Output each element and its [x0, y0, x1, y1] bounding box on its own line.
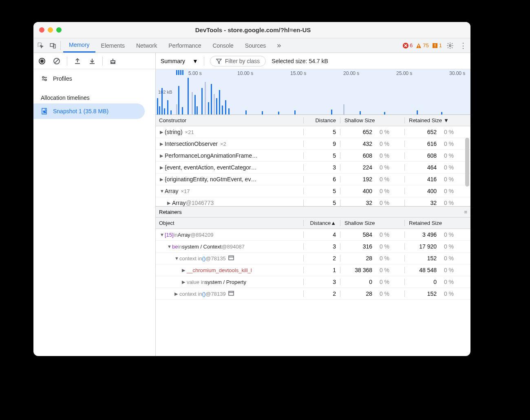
triangle-icon[interactable]: ▶ [160, 130, 165, 135]
titlebar: DevTools - store.google.com/?hl=en-US [33, 22, 470, 38]
svg-rect-5 [418, 47, 419, 48]
triangle-icon[interactable]: ▶ [160, 165, 165, 170]
tabbar: MemoryElementsNetworkPerformanceConsoleS… [33, 38, 470, 53]
devtools-window: DevTools - store.google.com/?hl=en-US Me… [33, 22, 470, 356]
svg-point-11 [40, 59, 44, 63]
col-r-distance[interactable]: Distance▲ [303, 220, 340, 226]
col-distance[interactable]: Distance [303, 117, 340, 123]
svg-rect-7 [435, 44, 435, 46]
summary-dropdown[interactable]: Summary▼ [161, 58, 198, 64]
tab-elements[interactable]: Elements [95, 38, 130, 53]
tab-performance[interactable]: Performance [163, 38, 207, 53]
clear-icon[interactable] [52, 57, 61, 66]
filter-icon [216, 58, 222, 64]
svg-text:%: % [43, 110, 46, 113]
svg-point-15 [45, 79, 46, 81]
sidebar: Profiles Allocation timelines % Snapshot… [33, 53, 156, 356]
sort-desc-icon: ▼ [444, 117, 449, 123]
timeline-tick: 15.00 s [290, 70, 306, 76]
table-row[interactable]: ▶ {originatingEntity, noGtmEvent, ev…619… [156, 174, 470, 185]
retainer-row[interactable]: ▼[15] in Array @89420945840 %3 4960 % [156, 229, 470, 241]
table-row[interactable]: ▶ (string)×2156520 %6520 % [156, 126, 470, 138]
retainers-header: Object Distance▲ Shallow Size Retained S… [156, 218, 470, 229]
record-icon[interactable] [38, 57, 46, 66]
tab-sources[interactable]: Sources [239, 38, 272, 53]
col-shallow-size[interactable]: Shallow Size [340, 117, 404, 123]
triangle-icon[interactable]: ▶ [160, 153, 165, 158]
script-icon [228, 291, 234, 297]
gc-icon[interactable] [108, 57, 117, 66]
download-icon[interactable] [88, 57, 97, 66]
timeline-tick: 10.00 s [237, 70, 253, 76]
tab-console[interactable]: Console [207, 38, 239, 53]
triangle-icon[interactable]: ▶ [182, 279, 187, 285]
main-panel: Summary▼ Filter by class Selected size: … [156, 53, 470, 356]
retainers-menu-icon[interactable]: ≡ [464, 209, 467, 215]
triangle-icon[interactable]: ▶ [167, 200, 172, 206]
svg-rect-8 [435, 46, 435, 47]
selected-size-label: Selected size: 54.7 kB [272, 58, 328, 64]
main-toolbar: Summary▼ Filter by class Selected size: … [156, 53, 470, 69]
table-row[interactable]: ▼ Array×1754000 %4000 % [156, 185, 470, 197]
profiles-label: Profiles [53, 75, 72, 82]
timeline-tick: 30.00 s [449, 70, 465, 76]
retainer-row[interactable]: ▶__chromium_devtools_kill_l138 3680 %48 … [156, 264, 470, 276]
svg-rect-20 [229, 291, 234, 295]
profiles-heading[interactable]: Profiles [33, 69, 155, 86]
col-r-retained[interactable]: Retained Size [404, 220, 470, 226]
allocation-timeline[interactable]: 5.00 s10.00 s15.00 s20.00 s25.00 s30.00 … [156, 69, 470, 115]
sidebar-toolbar [33, 53, 155, 69]
minimize-window-button[interactable] [48, 27, 53, 33]
table-row[interactable]: ▶ PerformanceLongAnimationFrame…56080 %6… [156, 150, 470, 162]
col-retained-size[interactable]: Retained Size▼ [404, 117, 470, 123]
retainers-title: Retainers ≡ [156, 206, 470, 218]
table-row[interactable]: ▶ Array @10467735320 %320 % [156, 197, 470, 206]
upload-icon[interactable] [73, 57, 82, 66]
triangle-icon[interactable]: ▼ [160, 232, 165, 237]
svg-rect-4 [418, 45, 419, 46]
errors-badge[interactable]: 6 [403, 42, 413, 48]
table-row[interactable]: ▶ {event, eventAction, eventCategor…3224… [156, 162, 470, 174]
snapshot-item[interactable]: % Snapshot 1 (35.8 MB) [33, 103, 145, 119]
window-title: DevTools - store.google.com/?hl=en-US [62, 26, 444, 33]
inspect-element-icon[interactable] [36, 41, 46, 51]
retainers-table[interactable]: ▼[15] in Array @89420945840 %3 4960 %▼be… [156, 229, 470, 356]
more-tabs-icon[interactable]: » [274, 41, 284, 51]
traffic-lights [39, 27, 62, 33]
col-r-shallow[interactable]: Shallow Size [340, 220, 404, 226]
triangle-icon[interactable]: ▶ [160, 177, 165, 182]
triangle-icon[interactable]: ▶ [160, 141, 165, 147]
svg-rect-18 [229, 256, 234, 260]
tab-memory[interactable]: Memory [63, 38, 95, 53]
table-row[interactable]: ▶ IntersectionObserver×294320 %6160 % [156, 138, 470, 150]
constructors-table[interactable]: ▶ (string)×2156520 %6520 %▶ Intersection… [156, 126, 470, 206]
warnings-badge[interactable]: 75 [416, 42, 428, 48]
triangle-icon[interactable]: ▼ [160, 189, 165, 194]
device-toolbar-icon[interactable] [48, 41, 58, 51]
script-icon [228, 255, 234, 262]
tab-network[interactable]: Network [130, 38, 163, 53]
zoom-window-button[interactable] [56, 27, 62, 33]
close-window-button[interactable] [39, 27, 44, 33]
retainer-row[interactable]: ▼be in system / Context @89408733160 %17… [156, 241, 470, 253]
more-menu-icon[interactable]: ⋮ [458, 41, 468, 51]
timeline-selection[interactable] [176, 70, 183, 75]
retainer-row[interactable]: ▶value in system / Property300 %00 % [156, 276, 470, 288]
retainer-row[interactable]: ▼context in () @781352280 %1520 % [156, 253, 470, 264]
issues-badge[interactable]: 1 [432, 42, 442, 48]
timeline-tick: 25.00 s [396, 70, 412, 76]
settings-icon[interactable] [445, 41, 455, 51]
svg-line-13 [55, 59, 59, 63]
svg-point-14 [42, 77, 44, 78]
scrollbar-thumb[interactable] [465, 138, 469, 187]
timeline-tick: 5.00 s [188, 70, 202, 76]
retainer-row[interactable]: ▶context in () @781392280 %1520 % [156, 288, 470, 300]
triangle-icon[interactable]: ▶ [174, 291, 179, 297]
svg-point-9 [449, 44, 451, 46]
triangle-icon[interactable]: ▼ [167, 244, 172, 249]
col-object[interactable]: Object [156, 220, 303, 226]
col-constructor[interactable]: Constructor [156, 117, 303, 123]
triangle-icon[interactable]: ▼ [174, 256, 179, 261]
filter-by-class[interactable]: Filter by class [210, 56, 266, 66]
triangle-icon[interactable]: ▶ [182, 268, 187, 273]
